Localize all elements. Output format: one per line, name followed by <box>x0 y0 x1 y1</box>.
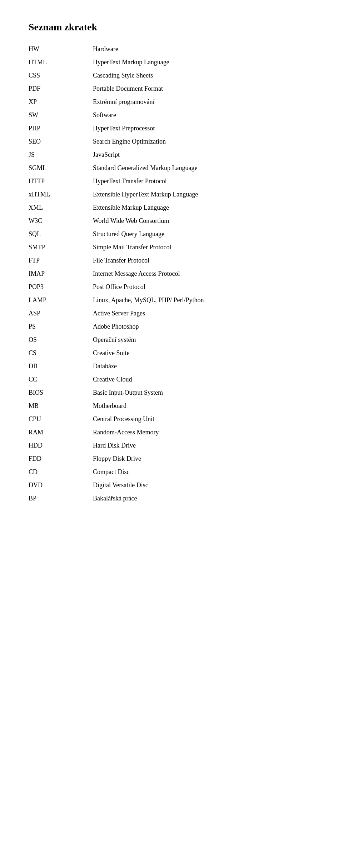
page-wrapper: Seznam zkratek HWHardwareHTMLHyperText M… <box>29 21 314 868</box>
list-item: RAMRandom-Access Memory <box>29 428 314 437</box>
list-item: CDCompact Disc <box>29 467 314 477</box>
abbreviation-code: HDD <box>29 441 93 450</box>
list-item: SWSoftware <box>29 110 314 120</box>
abbreviation-meaning: Digital Versatile Disc <box>93 480 314 490</box>
list-item: HTMLHyperText Markup Language <box>29 58 314 67</box>
abbreviation-meaning: Databáze <box>93 361 314 371</box>
abbreviation-meaning: Internet Message Access Protocol <box>93 269 314 279</box>
page-title: Seznam zkratek <box>29 21 314 33</box>
abbreviation-code: BP <box>29 494 93 503</box>
abbreviation-meaning: Cascading Style Sheets <box>93 71 314 80</box>
list-item: CSCreative Suite <box>29 348 314 358</box>
list-item: POP3Post Office Protocol <box>29 282 314 292</box>
list-item: BPBakalářská práce <box>29 494 314 503</box>
abbreviation-code: CD <box>29 467 93 477</box>
abbreviation-meaning: JavaScript <box>93 150 314 160</box>
abbreviation-meaning: Hardware <box>93 44 314 54</box>
list-item: SEOSearch Engine Optimization <box>29 137 314 146</box>
abbreviation-meaning: HyperText Transfer Protocol <box>93 176 314 186</box>
list-item: DBDatabáze <box>29 361 314 371</box>
abbreviation-code: DVD <box>29 480 93 490</box>
abbreviation-meaning: HyperText Markup Language <box>93 58 314 67</box>
list-item: SQLStructured Query Language <box>29 229 314 239</box>
abbreviation-meaning: Motherboard <box>93 401 314 411</box>
abbreviation-meaning: Creative Cloud <box>93 375 314 384</box>
abbreviation-meaning: Search Engine Optimization <box>93 137 314 146</box>
list-item: LAMPLinux, Apache, MySQL, PHP/ Perl/Pyth… <box>29 295 314 305</box>
list-item: FTPFile Transfer Protocol <box>29 256 314 265</box>
abbreviation-meaning: Simple Mail Transfer Protocol <box>93 243 314 252</box>
list-item: ASPActive Server Pages <box>29 309 314 318</box>
abbreviation-code: HTML <box>29 58 93 67</box>
abbreviation-code: W3C <box>29 216 93 226</box>
abbreviation-code: CSS <box>29 71 93 80</box>
list-item: OSOperační systém <box>29 335 314 345</box>
abbreviation-code: SMTP <box>29 243 93 252</box>
abbreviation-meaning: Operační systém <box>93 335 314 345</box>
abbreviation-meaning: Hard Disk Drive <box>93 441 314 450</box>
list-item: PSAdobe Photoshop <box>29 322 314 331</box>
list-item: HWHardware <box>29 44 314 54</box>
abbreviation-code: RAM <box>29 428 93 437</box>
abbreviation-meaning: Software <box>93 110 314 120</box>
abbreviation-meaning: Extrémní programování <box>93 97 314 107</box>
abbreviation-meaning: Extensible HyperText Markup Language <box>93 190 314 199</box>
list-item: W3CWorld Wide Web Consortium <box>29 216 314 226</box>
abbreviation-code: LAMP <box>29 295 93 305</box>
abbreviation-code: MB <box>29 401 93 411</box>
list-item: XPExtrémní programování <box>29 97 314 107</box>
abbreviation-meaning: Floppy Disk Drive <box>93 454 314 464</box>
abbreviation-meaning: Portable Document Format <box>93 84 314 94</box>
abbreviation-code: CC <box>29 375 93 384</box>
list-item: xHTMLExtensible HyperText Markup Languag… <box>29 190 314 199</box>
abbreviation-meaning: Linux, Apache, MySQL, PHP/ Perl/Python <box>93 295 314 305</box>
abbreviation-meaning: Structured Query Language <box>93 229 314 239</box>
list-item: FDDFloppy Disk Drive <box>29 454 314 464</box>
abbreviation-code: IMAP <box>29 269 93 279</box>
abbreviation-meaning: Central Processing Unit <box>93 414 314 424</box>
abbreviation-code: PHP <box>29 124 93 133</box>
list-item: MBMotherboard <box>29 401 314 411</box>
abbreviation-meaning: Extensible Markup Language <box>93 203 314 213</box>
abbreviation-meaning: Adobe Photoshop <box>93 322 314 331</box>
abbreviation-code: XML <box>29 203 93 213</box>
list-item: DVDDigital Versatile Disc <box>29 480 314 490</box>
list-item: CSSCascading Style Sheets <box>29 71 314 80</box>
abbreviation-code: HW <box>29 44 93 54</box>
abbreviation-code: SW <box>29 110 93 120</box>
list-item: PDFPortable Document Format <box>29 84 314 94</box>
abbreviation-code: JS <box>29 150 93 160</box>
list-item: XMLExtensible Markup Language <box>29 203 314 213</box>
list-item: CPUCentral Processing Unit <box>29 414 314 424</box>
abbreviation-code: XP <box>29 97 93 107</box>
abbreviation-meaning: Standard Generalized Markup Language <box>93 163 314 173</box>
list-item: PHPHyperText Preprocessor <box>29 124 314 133</box>
abbreviation-code: DB <box>29 361 93 371</box>
abbreviation-code: BIOS <box>29 388 93 398</box>
list-item: CCCreative Cloud <box>29 375 314 384</box>
abbreviation-code: SEO <box>29 137 93 146</box>
list-item: SGMLStandard Generalized Markup Language <box>29 163 314 173</box>
abbreviation-meaning: Post Office Protocol <box>93 282 314 292</box>
list-item: SMTPSimple Mail Transfer Protocol <box>29 243 314 252</box>
abbreviation-code: SGML <box>29 163 93 173</box>
list-item: JSJavaScript <box>29 150 314 160</box>
abbreviation-code: HTTP <box>29 176 93 186</box>
abbreviation-meaning: Basic Input-Output System <box>93 388 314 398</box>
abbreviation-meaning: Active Server Pages <box>93 309 314 318</box>
abbreviation-code: xHTML <box>29 190 93 199</box>
abbreviation-meaning: World Wide Web Consortium <box>93 216 314 226</box>
abbreviation-code: CS <box>29 348 93 358</box>
abbreviation-code: POP3 <box>29 282 93 292</box>
list-item: HDDHard Disk Drive <box>29 441 314 450</box>
abbreviation-meaning: Random-Access Memory <box>93 428 314 437</box>
abbreviation-meaning: Bakalářská práce <box>93 494 314 503</box>
list-item: BIOSBasic Input-Output System <box>29 388 314 398</box>
abbreviation-meaning: Compact Disc <box>93 467 314 477</box>
abbreviation-code: PS <box>29 322 93 331</box>
abbreviation-code: FTP <box>29 256 93 265</box>
abbreviation-meaning: Creative Suite <box>93 348 314 358</box>
abbreviation-code: CPU <box>29 414 93 424</box>
abbreviation-meaning: File Transfer Protocol <box>93 256 314 265</box>
abbreviation-list: HWHardwareHTMLHyperText Markup LanguageC… <box>29 44 314 503</box>
